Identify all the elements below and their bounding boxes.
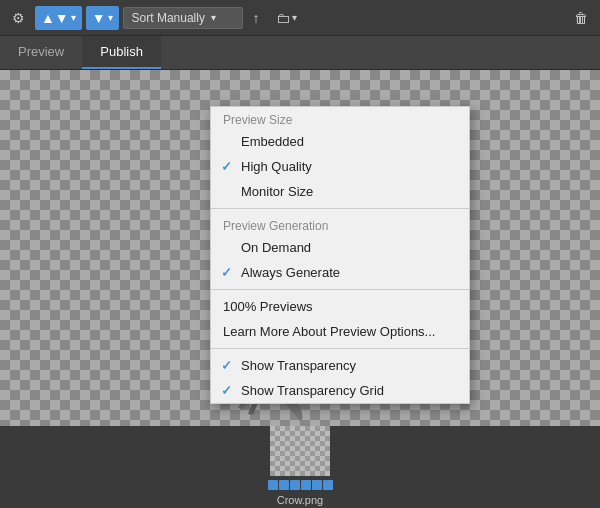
100-previews-label: 100% Previews — [223, 299, 313, 314]
up-arrow-btn[interactable]: ↑ — [247, 6, 266, 30]
learn-more-label: Learn More About Preview Options... — [223, 324, 435, 339]
menu-item-embedded[interactable]: Embedded — [211, 129, 469, 154]
show-transparency-grid-label: Show Transparency Grid — [241, 383, 384, 398]
menu-item-high-quality[interactable]: High Quality — [211, 154, 469, 179]
toolbar: ⚙ ▲▼ ▾ ▼ ▾ Sort Manually ▾ ↑ 🗀 ▾ 🗑 — [0, 0, 600, 36]
thumbnail-image — [270, 426, 330, 476]
menu-item-monitor-size[interactable]: Monitor Size — [211, 179, 469, 204]
star-3 — [290, 480, 300, 490]
menu-item-learn-more[interactable]: Learn More About Preview Options... — [211, 319, 469, 344]
star-5 — [312, 480, 322, 490]
tab-publish[interactable]: Publish — [82, 36, 161, 69]
sort-label: Sort Manually — [132, 11, 205, 25]
menu-item-100-previews[interactable]: 100% Previews — [211, 294, 469, 319]
thumbnail-filename: Crow.png — [277, 494, 323, 506]
folder-btn[interactable]: 🗀 ▾ — [270, 6, 303, 30]
menu-item-show-transparency-grid[interactable]: Show Transparency Grid — [211, 378, 469, 403]
filter-btn-2[interactable]: ▲▼ ▾ — [35, 6, 82, 30]
chevron-down-icon: ▾ — [211, 12, 216, 23]
filter-dropdown-arrow: ▾ — [71, 12, 76, 23]
menu-section-preview-generation: Preview Generation — [211, 213, 469, 235]
always-generate-label: Always Generate — [241, 265, 340, 280]
filter-icon-2: ▲▼ — [41, 10, 69, 26]
show-transparency-label: Show Transparency — [241, 358, 356, 373]
folder-icon: 🗀 — [276, 10, 290, 26]
star-1 — [268, 480, 278, 490]
folder-dropdown-arrow: ▾ — [292, 12, 297, 23]
filter-btn-1[interactable]: ⚙ — [6, 6, 31, 30]
tab-preview-label: Preview — [18, 44, 64, 59]
star-2 — [279, 480, 289, 490]
tab-bar: Preview Publish — [0, 36, 600, 70]
menu-item-on-demand[interactable]: On Demand — [211, 235, 469, 260]
monitor-size-label: Monitor Size — [241, 184, 313, 199]
filter-icon-1: ⚙ — [12, 10, 25, 26]
filter-btn-3[interactable]: ▼ ▾ — [86, 6, 119, 30]
menu-section-preview-size: Preview Size — [211, 107, 469, 129]
menu-item-always-generate[interactable]: Always Generate — [211, 260, 469, 285]
dropdown-menu: Preview Size Embedded High Quality Monit… — [210, 106, 470, 404]
trash-btn[interactable]: 🗑 — [568, 6, 594, 30]
sort-dropdown[interactable]: Sort Manually ▾ — [123, 7, 243, 29]
star-rating — [268, 480, 333, 490]
filter-icon-3: ▼ — [92, 10, 106, 26]
menu-divider-1 — [211, 208, 469, 209]
trash-icon: 🗑 — [574, 10, 588, 26]
menu-divider-3 — [211, 348, 469, 349]
high-quality-label: High Quality — [241, 159, 312, 174]
thumbnail-strip: Crow.png — [0, 426, 600, 506]
star-4 — [301, 480, 311, 490]
up-arrow-icon: ↑ — [253, 10, 260, 26]
embedded-label: Embedded — [241, 134, 304, 149]
on-demand-label: On Demand — [241, 240, 311, 255]
tab-publish-label: Publish — [100, 44, 143, 59]
thumbnail-item[interactable]: Crow.png — [268, 426, 333, 506]
menu-divider-2 — [211, 289, 469, 290]
menu-item-show-transparency[interactable]: Show Transparency — [211, 353, 469, 378]
content-area: Crow.png Preview Size Embedded High Qual… — [0, 70, 600, 506]
filter-dropdown-arrow-2: ▾ — [108, 12, 113, 23]
star-6 — [323, 480, 333, 490]
tab-preview[interactable]: Preview — [0, 36, 82, 69]
